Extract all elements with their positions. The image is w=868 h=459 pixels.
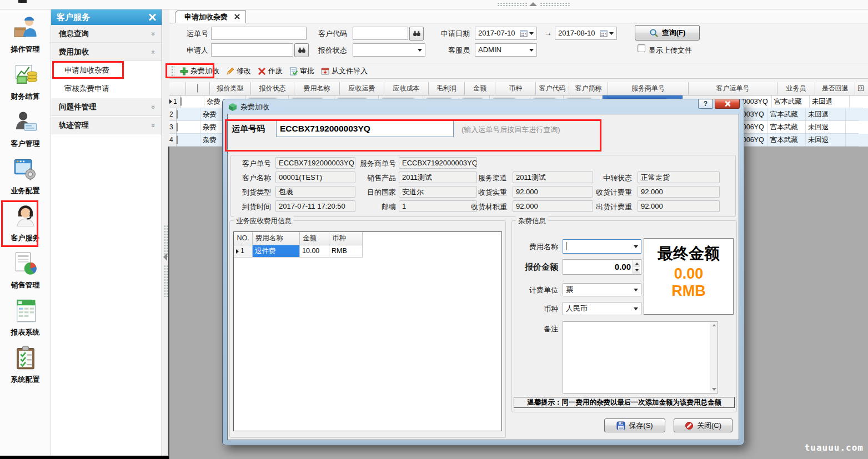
row-select-cell[interactable] [177,134,200,147]
row-checkbox[interactable] [177,123,178,132]
sidebar-item-customer-mgmt[interactable]: 客户管理 [0,107,51,154]
quote-amount-spinner[interactable]: 0.00 [563,259,641,275]
panel-grip-dots[interactable] [540,2,570,7]
fees-row-name[interactable]: 退件费 [253,245,300,258]
close-icon[interactable] [148,13,156,21]
nav-item-review-surcharge[interactable]: 审核杂费申请 [51,80,162,98]
fees-row-currency[interactable]: RMB [329,245,363,258]
row-checkbox[interactable] [180,97,182,106]
show-upload-checkbox[interactable] [638,44,645,52]
grid-header-fee-name[interactable]: 费用名称 [294,82,340,95]
date-to-picker[interactable]: 2017-08-10 [555,27,617,40]
grid-header-clipped[interactable]: 回 [855,82,868,95]
tab-apply-surcharge[interactable]: 申请加收杂费 [175,10,246,23]
quote-status-select[interactable] [353,43,425,57]
tab-close-icon[interactable] [234,14,240,19]
fees-col-name[interactable]: 费用名称 [253,232,300,245]
toolbar-grip-dots[interactable] [171,65,174,77]
scroll-down-icon[interactable] [712,388,716,391]
approve-button[interactable]: 审批 [286,64,318,78]
applicant-lookup-button[interactable] [294,43,309,57]
splitter-grip-dots[interactable] [164,225,168,257]
grid-header-recv-cost[interactable]: 应收成本 [384,82,429,95]
grid-header-amount[interactable]: 金额 [465,82,495,95]
sidebar-item-report-system[interactable]: 报表系统 [0,295,51,342]
dialog-title-bar[interactable]: 杂费加收 [228,102,269,112]
nav-section-fee-surcharge[interactable]: 费用加收 « [51,43,162,61]
surcharge-add-button[interactable]: 杂费加收 [177,64,223,78]
void-button[interactable]: 作废 [254,64,286,78]
search-button[interactable]: 查询(F) [635,25,700,41]
row-select-cell[interactable] [177,121,200,134]
row-select-cell[interactable] [180,95,204,108]
fees-row-amount[interactable]: 10.00 [300,245,329,258]
show-upload-label: 显示上传文件 [649,46,710,54]
nav-section-label: 信息查询 [59,29,89,38]
grid-header-customer-short[interactable]: 客户简称 [569,82,608,95]
grid-header-customer-code[interactable]: 客户代码 [536,82,569,95]
sidebar-item-sales-mgmt[interactable]: 销售管理 [0,248,51,295]
customer-code-input[interactable] [353,27,408,40]
sales-mgmt-icon [12,250,39,277]
import-from-file-button[interactable]: 从文件导入 [318,64,371,78]
panel-grip-dots[interactable] [497,2,528,7]
grid-header-salesman[interactable]: 业务员 [777,82,815,95]
modify-button[interactable]: 修改 [223,64,254,78]
grid-header-currency[interactable]: 币种 [495,82,536,95]
waybill-input[interactable] [211,27,307,40]
spin-up-icon[interactable] [633,260,640,267]
fee-name-select[interactable] [563,239,641,254]
select-all-checkbox[interactable] [197,84,198,93]
nav-section-track-mgmt[interactable]: 轨迹管理 » [51,117,162,134]
close-button[interactable]: 关闭(C) [674,418,732,432]
dialog-help-button[interactable]: ? [698,99,713,109]
row-checkbox[interactable] [177,135,178,144]
fees-col-currency[interactable]: 币种 [329,232,363,245]
nav-section-problem-mgmt[interactable]: 问题件管理 » [51,98,162,116]
sidebar-item-system-config[interactable]: 系统配置 [0,342,51,390]
fees-col-amount[interactable]: 金额 [300,232,329,245]
fees-grid-row[interactable]: 1 退件费 10.00 RMB [234,245,501,258]
quote-status-label: 报价状态 [310,46,347,54]
date-from-picker[interactable]: 2017-07-10 [475,27,537,40]
unit-select[interactable]: 票 [563,283,641,296]
nav-section-info-query[interactable]: 信息查询 » [51,25,162,43]
sidebar-item-business-config[interactable]: 业务配置 [0,154,51,201]
remark-textarea[interactable] [563,321,718,394]
grid-header-select-all[interactable] [186,82,210,95]
grid-header-quote-status[interactable]: 报价状态 [251,82,294,95]
row-select-cell[interactable] [177,108,200,121]
scroll-up-icon[interactable] [713,324,716,326]
toolbar-button-label: 作废 [268,66,283,76]
customer-code-lookup-button[interactable] [409,27,424,41]
sidebar-item-customer-service[interactable]: 客户服务 [0,201,51,248]
row-checkbox[interactable] [177,110,178,119]
sidebar-item-label: 报表系统 [0,327,51,337]
nav-item-apply-surcharge[interactable]: 申请加收杂费 [51,62,162,79]
collapse-left-icon[interactable] [163,253,167,261]
dialog-waybill-input[interactable] [276,120,454,137]
scrollbar[interactable] [710,322,718,393]
save-button[interactable]: 保存(S) [604,418,665,432]
grid-header-provider-no[interactable]: 服务商单号 [608,82,689,95]
currency-value: 人民币 [566,304,588,312]
grid-header-recv-freight[interactable]: 应收运费 [340,82,384,95]
currency-select[interactable]: 人民币 [563,302,641,315]
cs-agent-select[interactable]: ADMIN [475,43,537,57]
sidebar-item-finance[interactable]: 财务结算 [0,59,51,107]
grid-header-returned[interactable]: 是否回退 [815,82,855,95]
grid-header-quote-type[interactable]: 报价类型 [210,82,251,95]
fees-col-no[interactable]: NO. [234,232,253,245]
sidebar-item-operations[interactable]: 操作管理 [0,12,51,59]
grid-header-customer-waybill[interactable]: 客户运单号 [689,82,777,95]
final-currency-value: RMB [644,283,733,300]
applicant-input[interactable] [211,43,293,57]
spin-down-icon[interactable] [633,267,640,274]
toolbar-button-label: 审批 [300,66,314,76]
splitter-grip-dots[interactable] [164,265,168,297]
nav-panel-header[interactable]: 客户服务 [51,9,162,25]
clipped-cell [846,134,859,147]
grid-header-gross-profit[interactable]: 毛利润 [429,82,465,95]
dialog-close-button[interactable] [715,99,740,109]
collapse-up-icon[interactable] [529,2,537,6]
